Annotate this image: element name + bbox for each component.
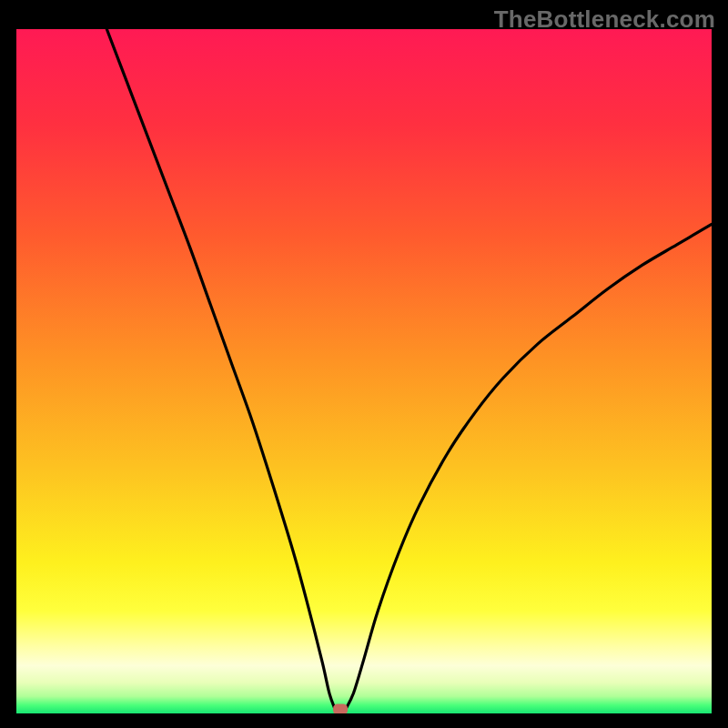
- bottleneck-plot: [16, 29, 712, 713]
- gradient-background: [16, 29, 712, 713]
- chart-frame: TheBottleneck.com: [0, 0, 728, 728]
- optimum-marker: [333, 703, 348, 713]
- chart-svg: [16, 29, 712, 713]
